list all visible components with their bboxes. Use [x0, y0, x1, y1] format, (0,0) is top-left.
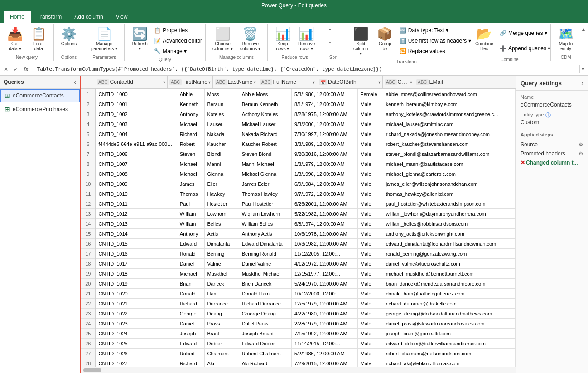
table-row[interactable]: 4CNTID_1003MichaelLauserMichael Lauser9/… — [81, 119, 516, 129]
table-cell[interactable]: Chalmers — [204, 349, 239, 358]
table-cell[interactable]: abbie_moss@collinsreedandhoward.com — [383, 89, 515, 99]
table-cell[interactable]: thomas_hawkey@allenltd.com — [383, 189, 515, 199]
table-cell[interactable]: Male — [357, 159, 383, 169]
table-cell[interactable]: 10/6/1978, 12:00:00 AM — [291, 229, 357, 239]
table-cell[interactable]: 1/3/1998, 12:00:00 AM — [291, 169, 357, 179]
step-source[interactable]: Source ⚙ — [521, 140, 583, 149]
gender-filter-icon[interactable]: ▾ — [410, 80, 412, 85]
table-cell[interactable]: Daniel — [177, 259, 204, 269]
table-cell[interactable]: paul_hostetler@whitebaxterandsimpson.com — [383, 199, 515, 209]
horizontal-scrollbar[interactable] — [81, 367, 516, 373]
entity-type-info-icon[interactable]: ⓘ — [545, 111, 551, 119]
table-cell[interactable]: Ronald — [177, 249, 204, 259]
enter-data-button[interactable]: 📋 Enterdata — [27, 25, 50, 53]
group-by-button[interactable]: 📦 Groupby — [374, 25, 396, 53]
col-header-contactid[interactable]: ABC ContactId ▾ — [95, 76, 168, 88]
table-cell[interactable]: CNTID_1015 — [96, 239, 177, 249]
table-row[interactable]: 11CNTID_1010ThomasHawkeyThomas Hawley9/7… — [81, 189, 516, 199]
table-row[interactable]: 1CNTID_1000AbbieMossAbbie Moss5/8/1986, … — [81, 89, 516, 99]
merge-queries-button[interactable]: 🔗 Merge queries ▾ — [497, 29, 553, 37]
table-cell[interactable]: Dimalanta — [204, 239, 239, 249]
table-cell[interactable]: 10/3/1982, 12:00:00 AM — [291, 239, 357, 249]
table-cell[interactable]: Richard Durrance — [239, 299, 291, 309]
table-cell[interactable]: 12/15/1977, 12:00:... — [291, 269, 357, 279]
table-row[interactable]: 20CNTID_1019BrianDaricekBricn Daricek5/2… — [81, 279, 516, 289]
formula-x-icon[interactable]: ✕ — [2, 65, 10, 73]
table-cell[interactable]: Richard — [177, 358, 204, 367]
table-cell[interactable]: Michael Glenna — [239, 169, 291, 179]
table-cell[interactable]: Michael — [177, 169, 204, 179]
table-row[interactable]: 14CNTID_1013WilliamBellesWilliam Belles6… — [81, 219, 516, 229]
col-header-firstname[interactable]: ABC FirstName ▾ — [168, 76, 213, 88]
table-row[interactable]: 19CNTID_1018MichaelMuskthelMuskthel Mich… — [81, 269, 516, 279]
table-cell[interactable]: William Belles — [239, 219, 291, 229]
dateofbirth-filter-icon[interactable]: ▾ — [378, 80, 381, 85]
table-cell[interactable]: CNTID_1020 — [96, 289, 177, 299]
table-cell[interactable]: 4/22/1980, 12:00:00 AM — [291, 309, 357, 319]
step-promoted-headers-gear-icon[interactable]: ⚙ — [578, 150, 583, 157]
table-cell[interactable]: Male — [357, 349, 383, 358]
formula-check-icon[interactable]: ✓ — [12, 65, 20, 73]
table-cell[interactable]: edward_dobler@butlerwilliamsandturner.co… — [383, 339, 515, 349]
queries-collapse-button[interactable]: ‹ — [74, 78, 76, 86]
table-cell[interactable]: 6/26/2001, 12:00:00 AM — [291, 199, 357, 209]
table-cell[interactable]: Male — [357, 99, 383, 109]
table-cell[interactable]: 5/22/1982, 12:00:00 AM — [291, 209, 357, 219]
col-header-email[interactable]: ABC EMail ▾ — [414, 76, 516, 88]
table-cell[interactable]: Edward Dimalanta — [239, 239, 291, 249]
table-cell[interactable]: Daricek — [204, 279, 239, 289]
refresh-button[interactable]: 🔄 Refresh ▾ — [128, 25, 151, 53]
table-cell[interactable]: william_belles@robbinsandsons.com — [383, 219, 515, 229]
table-row[interactable]: 3CNTID_1002AnthonyKotelesActhony Koteles… — [81, 109, 516, 119]
table-row[interactable]: 12CNTID_1011PaulHostetlerPaul Hostetler6… — [81, 199, 516, 209]
table-cell[interactable]: Lowhorn — [204, 209, 239, 219]
table-cell[interactable]: ronald_berning@gonzalezwang.com — [383, 249, 515, 259]
use-first-row-button[interactable]: ⬆️ Use first row as headers ▾ — [397, 37, 472, 45]
table-cell[interactable]: michael_muskthel@bennettburnett.com — [383, 269, 515, 279]
table-cell[interactable]: CNTID_1006 — [96, 149, 177, 159]
table-cell[interactable]: Gmorge Deang — [239, 309, 291, 319]
step-promoted-headers[interactable]: Promoted headers ⚙ — [521, 149, 583, 158]
sort-desc-button[interactable]: ↓ — [326, 36, 342, 46]
table-row[interactable]: 26CNTID_1025EdwardDoblerEdward Dobler11/… — [81, 339, 516, 349]
step-source-gear-icon[interactable]: ⚙ — [578, 141, 583, 148]
table-cell[interactable]: Prass — [204, 319, 239, 329]
table-cell[interactable]: Richard — [177, 299, 204, 309]
table-cell[interactable]: James — [177, 179, 204, 189]
table-cell[interactable]: CNTID_1010 — [96, 189, 177, 199]
table-cell[interactable]: Wiqliam Lowhorn — [239, 209, 291, 219]
table-row[interactable]: 17CNTID_1016RonaldBerningBerning Ronald1… — [81, 249, 516, 259]
table-cell[interactable]: 11/12/2005, 12:00:... — [291, 249, 357, 259]
table-cell[interactable]: 8/1/1974, 12:00:00 AM — [291, 99, 357, 109]
table-cell[interactable]: Male — [357, 299, 383, 309]
table-cell[interactable]: Brant — [204, 329, 239, 339]
append-queries-button[interactable]: ➕ Append queries ▾ — [497, 44, 553, 53]
table-cell[interactable]: 1/8/1979, 12:00:00 AM — [291, 159, 357, 169]
table-row[interactable]: 25CNTID_1024JosephBrantJoseph Bmant7/15/… — [81, 329, 516, 339]
table-cell[interactable]: Male — [357, 339, 383, 349]
table-row[interactable]: 2CNTID_1001KennethBeraunBeraun Kenneth8/… — [81, 99, 516, 109]
map-to-entity-button[interactable]: 🗺️ Map toentity — [554, 25, 577, 53]
table-cell[interactable]: Male — [357, 279, 383, 289]
table-cell[interactable]: robert_chalmers@nelsonandsons.com — [383, 349, 515, 358]
table-cell[interactable]: 6/9/1984, 12:00:00 AM — [291, 179, 357, 189]
table-cell[interactable]: daniel_prass@stewartmooreandrosales.com — [383, 319, 515, 329]
keep-rows-button[interactable]: 📊 Keeprows ▾ — [271, 25, 294, 53]
table-cell[interactable]: anthony_koteles@crawfordsimmonsandgreene… — [383, 109, 515, 119]
table-cell[interactable]: Joseph — [177, 329, 204, 339]
table-cell[interactable]: 7/30/1997, 12:00:00 AM — [291, 129, 357, 139]
table-cell[interactable]: william_lowhorn@daymurphyandherrera.com — [383, 209, 515, 219]
table-cell[interactable]: Male — [357, 219, 383, 229]
table-cell[interactable]: CNTID_1011 — [96, 199, 177, 209]
table-cell[interactable]: Abbie Moss — [239, 89, 291, 99]
table-cell[interactable]: Michael Lauser — [239, 119, 291, 129]
table-cell[interactable]: Actis — [204, 229, 239, 239]
table-cell[interactable]: james_eiler@wilsonjohnsonandchan.com — [383, 179, 515, 189]
table-cell[interactable]: michael_glenna@carterplc.com — [383, 169, 515, 179]
table-cell[interactable]: CNTID_1027 — [96, 358, 177, 367]
table-cell[interactable]: Male — [357, 269, 383, 279]
table-row[interactable]: 13CNTID_1012WilliamLowhornWiqliam Lowhor… — [81, 209, 516, 219]
manage-button[interactable]: 🔧 Manage ▾ — [152, 47, 204, 55]
table-cell[interactable]: Beraun — [204, 99, 239, 109]
split-column-button[interactable]: ⬛ Splitcolumn ▾ — [349, 25, 373, 58]
